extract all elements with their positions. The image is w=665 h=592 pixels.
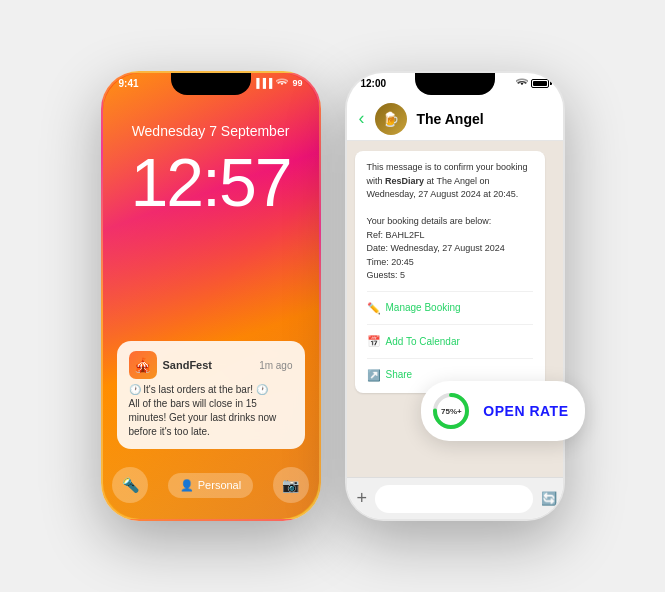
left-time-display: 9:41 (119, 78, 139, 89)
action-share[interactable]: ↗️ Share (367, 358, 533, 384)
signal-icon: ▐▐▐ (253, 78, 272, 88)
right-status-icons (516, 77, 549, 89)
donut-chart: 75%+ (429, 389, 473, 433)
person-icon: 👤 (180, 479, 194, 492)
left-status-bar: 9:41 ▐▐▐ 99 (119, 77, 303, 89)
notif-text: 🕐 It's last orders at the bar! 🕐 All of … (129, 383, 293, 439)
battery-icon (531, 79, 549, 88)
notif-app-name: SandFest (163, 359, 213, 371)
notif-emoji: 🎪 (134, 357, 151, 373)
left-clock: 12:57 (103, 143, 319, 221)
left-bottom-bar: 🔦 👤 Personal 📷 (103, 467, 319, 503)
left-date: Wednesday 7 September (103, 123, 319, 139)
wifi-icon (276, 77, 288, 89)
input-action-icons: 🔄 📷 🎤 (541, 491, 564, 506)
message-bubble: This message is to confirm your booking … (355, 151, 545, 393)
battery-level: 99 (292, 78, 302, 88)
add-attachment-button[interactable]: + (357, 488, 368, 509)
notif-line2: All of the bars will close in 15 minutes… (129, 397, 293, 439)
right-wifi-icon (516, 77, 528, 89)
right-status-bar: 12:00 (361, 77, 549, 89)
flashlight-button[interactable]: 🔦 (112, 467, 148, 503)
notif-header: 🎪 SandFest 1m ago (129, 351, 293, 379)
back-button[interactable]: ‹ (359, 108, 365, 129)
message-input[interactable] (375, 485, 533, 513)
share-label: Share (386, 367, 413, 382)
contact-name: The Angel (417, 111, 484, 127)
donut-label: 75%+ (441, 407, 462, 416)
right-header: ‹ 🍺 The Angel (347, 97, 563, 141)
calendar-icon: 📅 (367, 333, 381, 350)
sticker-icon[interactable]: 🔄 (541, 491, 557, 506)
right-phone: 12:00 ‹ 🍺 The (345, 71, 565, 521)
message-text: This message is to confirm your booking … (367, 161, 533, 283)
notification-card[interactable]: 🎪 SandFest 1m ago 🕐 It's last orders at … (117, 341, 305, 449)
left-phone: 9:41 ▐▐▐ 99 Wednesday 7 September 12:57 (101, 71, 321, 521)
resdiary-bold: ResDiary (385, 176, 424, 186)
right-time-display: 12:00 (361, 78, 387, 89)
personal-label: Personal (198, 479, 241, 491)
avatar: 🍺 (375, 103, 407, 135)
notif-app-row: 🎪 SandFest (129, 351, 213, 379)
left-status-icons: ▐▐▐ 99 (253, 77, 302, 89)
camera-icon: 📷 (282, 477, 299, 493)
manage-icon: ✏️ (367, 300, 381, 317)
calendar-label: Add To Calendar (386, 334, 460, 349)
manage-label: Manage Booking (386, 300, 461, 315)
app-container: 9:41 ▐▐▐ 99 Wednesday 7 September 12:57 (0, 0, 665, 592)
media-icon[interactable]: 📷 (563, 491, 564, 506)
chat-input-bar: + 🔄 📷 🎤 (347, 477, 563, 519)
camera-button[interactable]: 📷 (273, 467, 309, 503)
notif-app-icon: 🎪 (129, 351, 157, 379)
open-rate-badge: 75%+ OPEN RATE (421, 381, 584, 441)
open-rate-label: OPEN RATE (483, 403, 568, 419)
share-icon: ↗️ (367, 367, 381, 384)
action-manage-booking[interactable]: ✏️ Manage Booking (367, 291, 533, 317)
flashlight-icon: 🔦 (122, 477, 139, 493)
notif-time-ago: 1m ago (259, 360, 292, 371)
right-phone-wrapper: 12:00 ‹ 🍺 The (345, 71, 565, 521)
notif-line1: 🕐 It's last orders at the bar! 🕐 (129, 383, 293, 397)
personal-button[interactable]: 👤 Personal (168, 473, 253, 498)
action-add-calendar[interactable]: 📅 Add To Calendar (367, 324, 533, 350)
